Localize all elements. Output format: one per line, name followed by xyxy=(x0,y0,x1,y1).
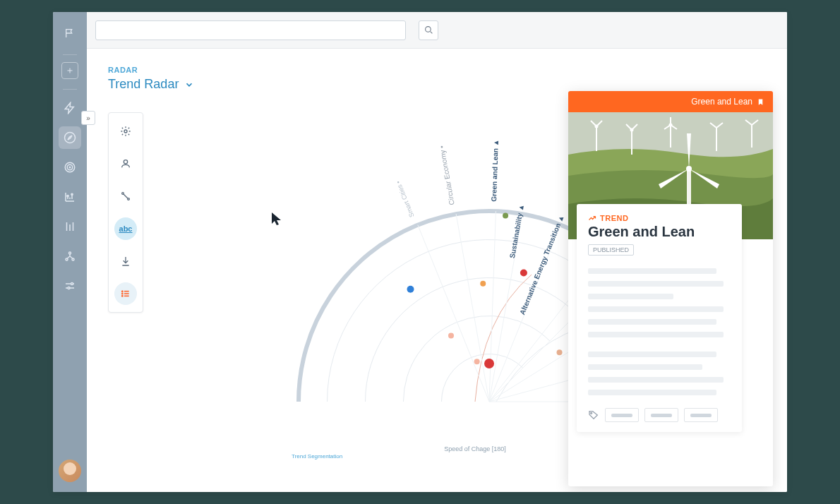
app-frame: » ▾ RADAR Trend Radar xyxy=(53,12,787,492)
svg-point-45 xyxy=(448,332,454,338)
svg-point-19 xyxy=(122,293,123,294)
card-title: Green and Lean xyxy=(588,224,731,240)
svg-point-9 xyxy=(69,252,71,254)
tag-icon xyxy=(588,409,599,421)
tag-chip[interactable] xyxy=(605,408,639,422)
list-button[interactable] xyxy=(114,282,137,305)
svg-point-49 xyxy=(503,212,508,218)
trend-icon xyxy=(588,214,596,222)
svg-point-16 xyxy=(122,193,124,195)
sliders-icon[interactable] xyxy=(59,275,81,297)
profile-button[interactable] xyxy=(114,152,137,175)
compass-icon[interactable] xyxy=(59,126,81,149)
svg-point-46 xyxy=(407,286,414,293)
tag-chip[interactable] xyxy=(684,408,718,422)
svg-text:Green and Lean ▲: Green and Lean ▲ xyxy=(490,139,500,202)
flag-icon[interactable] xyxy=(59,22,81,44)
svg-text:Circular Economy •: Circular Economy • xyxy=(438,145,456,205)
svg-point-11 xyxy=(68,287,70,289)
page-title[interactable]: Trend Radar xyxy=(108,77,766,92)
svg-text:Speed of Chage [180]: Speed of Chage [180] xyxy=(444,445,506,452)
search-button[interactable] xyxy=(419,20,438,40)
svg-point-76 xyxy=(591,412,592,414)
svg-point-14 xyxy=(124,130,127,133)
columns-icon[interactable] xyxy=(59,215,81,238)
labels-button[interactable]: abc xyxy=(114,217,137,240)
svg-point-42 xyxy=(484,359,494,368)
svg-text:Alternative Energy Transition : Alternative Energy Transition ▲ xyxy=(518,214,565,316)
divider xyxy=(63,89,77,90)
svg-point-0 xyxy=(65,133,76,143)
svg-text:Smart Cities •: Smart Cities • xyxy=(395,180,416,218)
svg-line-37 xyxy=(456,214,489,402)
page-eyebrow: RADAR xyxy=(108,66,766,74)
svg-point-10 xyxy=(71,283,73,285)
card-eyebrow: TREND xyxy=(588,214,731,222)
svg-text:Trend Segmentation: Trend Segmentation xyxy=(292,453,342,460)
bookmark-icon xyxy=(757,98,764,106)
svg-point-41 xyxy=(520,269,527,276)
svg-point-8 xyxy=(72,258,74,260)
radar-chart[interactable]: Climate Change ▲Climate-Resilient Infras… xyxy=(179,119,574,472)
chevron-down-icon xyxy=(184,80,194,90)
svg-point-47 xyxy=(557,349,563,355)
radar-toolbar: abc xyxy=(108,112,143,313)
svg-line-39 xyxy=(418,225,489,402)
svg-line-29 xyxy=(489,251,574,402)
chart-icon[interactable] xyxy=(59,186,81,208)
card-placeholder xyxy=(588,268,731,395)
main: ▾ RADAR Trend Radar xyxy=(87,12,787,492)
page-title-text: Trend Radar xyxy=(108,77,179,92)
svg-point-18 xyxy=(122,291,123,292)
search-input[interactable] xyxy=(95,20,406,40)
card-body: TREND Green and Lean PUBLISHED xyxy=(577,204,742,432)
svg-point-4 xyxy=(69,167,71,168)
card-banner: Green and Lean xyxy=(568,91,773,112)
svg-point-17 xyxy=(128,198,130,200)
svg-point-20 xyxy=(122,296,123,296)
download-button[interactable] xyxy=(114,250,137,272)
cursor-icon xyxy=(270,211,283,227)
trend-card[interactable]: Green and Lean xyxy=(568,91,773,486)
svg-point-15 xyxy=(124,160,127,164)
settings-button[interactable] xyxy=(114,120,137,143)
target-icon[interactable] xyxy=(59,156,81,179)
tag-chip[interactable] xyxy=(644,408,678,422)
add-button[interactable] xyxy=(61,62,78,79)
sidebar: » xyxy=(53,12,87,492)
svg-point-43 xyxy=(480,281,486,287)
network-icon[interactable] xyxy=(59,245,81,268)
card-banner-title: Green and Lean xyxy=(691,97,752,107)
divider xyxy=(63,54,77,55)
topbar: ▾ xyxy=(87,12,787,49)
avatar[interactable] xyxy=(59,460,81,482)
content: RADAR Trend Radar abc xyxy=(87,49,787,492)
svg-point-13 xyxy=(425,27,431,32)
svg-point-7 xyxy=(66,258,68,260)
svg-point-44 xyxy=(474,359,480,364)
bolt-icon[interactable] xyxy=(59,97,81,119)
card-tags xyxy=(588,408,731,422)
connections-button[interactable] xyxy=(114,185,137,208)
svg-marker-1 xyxy=(68,136,72,140)
card-status-badge: PUBLISHED xyxy=(588,244,634,256)
